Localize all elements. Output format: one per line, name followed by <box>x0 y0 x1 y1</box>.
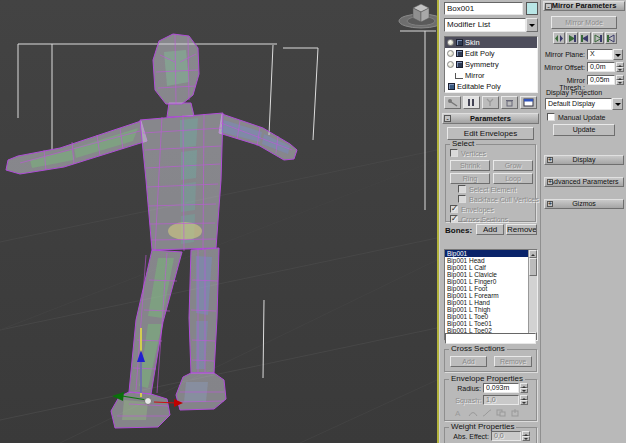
abs-effect-field[interactable]: 0,0 <box>491 431 521 441</box>
display-projection-dropdown[interactable]: Default Display <box>545 98 623 110</box>
expand-icon[interactable]: + <box>547 179 553 185</box>
mirror-parameters-rollout-header[interactable]: - Mirror Parameters <box>543 1 625 11</box>
weight-properties-group: Weight Properties Abs. Effect: 0,0 Rigid <box>444 427 537 443</box>
backface-cull-checkbox[interactable]: Backface Cull Vertices <box>458 195 539 203</box>
modifier-stack[interactable]: Skin Edit Poly Symmetry Mirror Editable … <box>444 36 538 93</box>
bone-list-item[interactable]: Bip001 L Clavicle <box>445 271 537 278</box>
shrink-button[interactable]: Shrink <box>450 160 490 171</box>
make-unique-icon[interactable] <box>482 96 499 109</box>
mirror-thresh-spinner[interactable] <box>616 75 624 85</box>
select-element-checkbox[interactable]: Select Element <box>458 185 516 193</box>
bone-list-item[interactable]: Bip001 L Finger0 <box>445 278 537 285</box>
radius-spinner[interactable] <box>520 383 528 393</box>
abs-effect-spinner[interactable] <box>522 431 530 441</box>
paste-green-to-blue-verts-icon[interactable] <box>592 32 604 44</box>
scroll-up-icon[interactable] <box>529 250 537 258</box>
bone-filter-field[interactable] <box>445 333 536 344</box>
stack-toolbar <box>440 96 541 110</box>
modifier-list-value: Modifier List <box>444 18 526 32</box>
chevron-down-icon[interactable] <box>526 18 538 32</box>
bone-list-item[interactable]: Bip001 L Toe0 <box>445 313 537 320</box>
mirror-offset-spinner[interactable] <box>616 62 624 72</box>
bone-list-item[interactable]: Bip001 L Hand <box>445 299 537 306</box>
update-button[interactable]: Update <box>553 124 615 136</box>
falloff-icon[interactable] <box>467 408 479 418</box>
remove-cross-section-button[interactable]: Remove <box>494 356 532 367</box>
mirror-paste-icon[interactable] <box>553 32 565 44</box>
mirror-thresh-field[interactable]: 0,05m <box>587 75 615 85</box>
paste-blue-to-green-bones-icon[interactable] <box>579 32 591 44</box>
show-end-result-icon[interactable] <box>463 96 480 109</box>
mirror-offset-field[interactable]: 0,0m <box>587 62 615 72</box>
squash-spinner[interactable] <box>520 395 528 405</box>
stack-item-edit-poly[interactable]: Edit Poly <box>445 48 537 59</box>
checkbox-icon[interactable] <box>450 149 458 157</box>
checkbox-icon[interactable] <box>458 185 466 193</box>
configure-modifier-sets-icon[interactable] <box>520 96 537 109</box>
bones-list[interactable]: Bip001 Bip001 Head Bip001 L Calf Bip001 … <box>444 249 538 341</box>
chevron-down-icon[interactable] <box>612 98 623 110</box>
bones-label: Bones: <box>445 226 472 235</box>
falloff-curve-icon[interactable] <box>481 408 493 418</box>
ring-button[interactable]: Ring <box>450 173 490 184</box>
paste-envelope-icon[interactable] <box>509 408 521 418</box>
envelope-properties-group: Envelope Properties Radius: 0,093m Squas… <box>444 379 537 421</box>
viewport-3d[interactable] <box>0 0 437 443</box>
grow-button[interactable]: Grow <box>493 160 533 171</box>
object-color-swatch[interactable] <box>526 2 538 15</box>
expand-icon[interactable]: + <box>547 157 553 163</box>
object-name-field[interactable]: Box001 <box>444 2 523 15</box>
modifier-on-bulb-icon[interactable] <box>447 39 454 46</box>
remove-modifier-icon[interactable] <box>501 96 518 109</box>
advanced-parameters-rollout-header[interactable]: + Advanced Parameters <box>544 177 624 187</box>
loop-button[interactable]: Loop <box>493 173 533 184</box>
checkbox-checked-icon[interactable] <box>450 205 458 213</box>
bone-list-item[interactable]: Bip001 L Thigh <box>445 306 537 313</box>
expand-icon[interactable]: + <box>547 201 553 207</box>
collapse-icon[interactable]: - <box>444 115 451 122</box>
display-rollout-header[interactable]: + Display <box>544 155 624 165</box>
chevron-down-icon[interactable] <box>613 49 623 60</box>
gizmo-center[interactable] <box>145 398 152 405</box>
stack-item-symmetry[interactable]: Symmetry <box>445 59 537 70</box>
bone-list-item[interactable]: Bip001 L Forearm <box>445 292 537 299</box>
stack-item-mirror[interactable]: Mirror <box>445 70 537 81</box>
editable-poly-icon <box>448 83 455 90</box>
cross-sections-checkbox[interactable]: Cross Sections <box>450 215 508 223</box>
scrollbar[interactable] <box>528 250 537 340</box>
checkbox-icon[interactable] <box>547 113 555 121</box>
pin-stack-icon[interactable] <box>444 96 461 109</box>
modifier-list-dropdown[interactable]: Modifier List <box>444 18 538 32</box>
copy-envelope-icon[interactable] <box>495 408 507 418</box>
manual-update-checkbox[interactable]: Manual Update <box>547 113 605 121</box>
add-cross-section-button[interactable]: Add <box>450 356 487 367</box>
bone-list-item[interactable]: Bip001 Head <box>445 257 537 264</box>
viewport-canvas[interactable] <box>0 0 437 443</box>
parameters-rollout-header[interactable]: - Parameters <box>442 113 539 124</box>
collapse-icon[interactable]: - <box>545 3 552 10</box>
checkbox-checked-icon[interactable] <box>450 215 458 223</box>
neck-mesh <box>167 103 194 117</box>
mirror-mode-button[interactable]: Mirror Mode <box>551 16 617 29</box>
mirror-plane-dropdown[interactable]: X <box>587 49 623 60</box>
add-bone-button[interactable]: Add <box>476 224 504 235</box>
squash-field[interactable]: 1,0 <box>483 395 519 405</box>
checkbox-icon[interactable] <box>458 195 466 203</box>
bone-list-item[interactable]: Bip001 L Foot <box>445 285 537 292</box>
radius-field[interactable]: 0,093m <box>483 383 519 393</box>
vertices-checkbox[interactable]: Vertices <box>450 149 486 157</box>
absolute-toggle-icon[interactable]: A <box>453 408 465 418</box>
envelopes-checkbox[interactable]: Envelopes <box>450 205 494 213</box>
paste-blue-to-green-verts-icon[interactable] <box>605 32 617 44</box>
stack-item-editable-poly[interactable]: Editable Poly <box>445 81 537 92</box>
bone-list-item[interactable]: Bip001 <box>445 250 537 257</box>
modifier-on-bulb-icon[interactable] <box>447 50 454 57</box>
remove-bone-button[interactable]: Remove <box>506 224 537 235</box>
bone-list-item[interactable]: Bip001 L Toe01 <box>445 320 537 327</box>
stack-item-skin[interactable]: Skin <box>445 37 537 48</box>
scroll-thumb[interactable] <box>529 258 537 276</box>
bone-list-item[interactable]: Bip001 L Calf <box>445 264 537 271</box>
paste-green-to-blue-bones-icon[interactable] <box>566 32 578 44</box>
modifier-on-bulb-icon[interactable] <box>447 61 454 68</box>
gizmos-rollout-header[interactable]: + Gizmos <box>544 199 624 209</box>
